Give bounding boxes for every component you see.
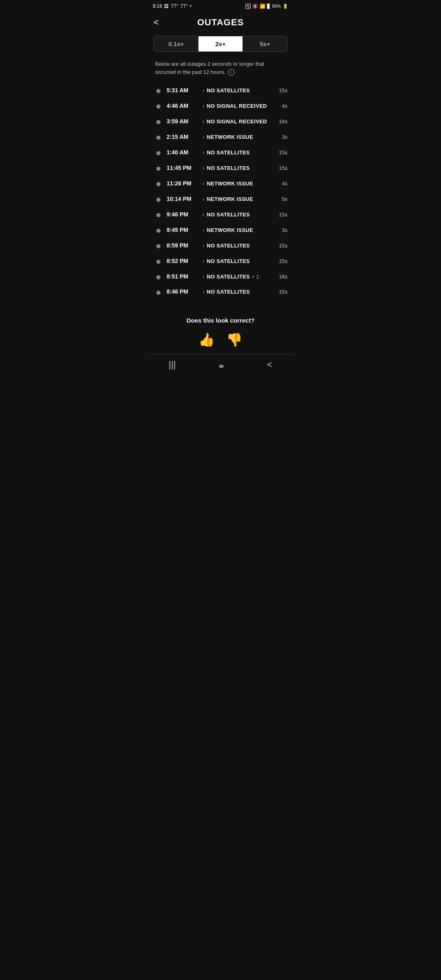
chevron-icon: › bbox=[203, 196, 204, 202]
status-time: 8:16 bbox=[153, 3, 162, 9]
chevron-icon: › bbox=[203, 134, 204, 140]
wifi-icon: 📶 bbox=[260, 4, 265, 9]
timeline-dot bbox=[156, 244, 160, 248]
thumbs-down-button[interactable]: 👎 bbox=[226, 332, 243, 347]
outage-type: NO SATELLITES bbox=[207, 258, 275, 264]
timeline-col bbox=[154, 242, 163, 249]
outage-time: 8:52 PM bbox=[167, 258, 200, 264]
outage-time: 10:14 PM bbox=[167, 196, 200, 202]
nav-home-button[interactable] bbox=[219, 359, 223, 370]
timeline-dot bbox=[156, 89, 160, 93]
outage-duration: 15s bbox=[275, 243, 287, 249]
timeline-dot bbox=[156, 275, 160, 279]
tab-5s[interactable]: 5s+ bbox=[243, 36, 287, 51]
outage-time: 1:40 AM bbox=[167, 149, 200, 156]
outage-item[interactable]: 8:59 PM › NO SATELLITES 15s bbox=[147, 238, 294, 253]
chevron-icon: › bbox=[203, 118, 204, 125]
chevron-icon: › bbox=[203, 243, 204, 249]
chevron-icon: › bbox=[203, 180, 204, 187]
timeline-dot bbox=[156, 167, 160, 171]
outage-time: 11:45 PM bbox=[167, 165, 200, 171]
timeline-dot bbox=[156, 198, 160, 202]
tab-01s[interactable]: 0.1s+ bbox=[154, 36, 198, 51]
tab-container: 0.1s+ 2s+ 5s+ bbox=[154, 36, 287, 52]
outage-type: NO SATELLITES bbox=[207, 87, 275, 94]
timeline-col bbox=[154, 288, 163, 295]
timeline-dot bbox=[156, 105, 160, 109]
outage-item[interactable]: 9:45 PM › NETWORK ISSUE 3s bbox=[147, 222, 294, 238]
outage-type: NO SATELLITES bbox=[207, 165, 275, 171]
chevron-icon: › bbox=[203, 258, 204, 264]
chevron-icon: › bbox=[203, 103, 204, 109]
outage-item[interactable]: 9:46 PM › NO SATELLITES 15s bbox=[147, 207, 294, 222]
outage-item[interactable]: 3:59 AM › NO SIGNAL RECEIVED 16s bbox=[147, 114, 294, 129]
outage-time: 9:46 PM bbox=[167, 211, 200, 218]
outage-duration: 15s bbox=[275, 149, 287, 156]
battery-icon: 🔋 bbox=[283, 4, 288, 9]
outage-duration: 3s bbox=[275, 227, 287, 233]
timeline-col bbox=[154, 133, 163, 140]
outage-time: 3:59 AM bbox=[167, 118, 200, 125]
back-button[interactable]: < bbox=[154, 17, 159, 28]
outage-time: 4:46 AM bbox=[167, 102, 200, 109]
back-nav-icon: < bbox=[267, 359, 272, 370]
outage-item[interactable]: 8:46 PM › NO SATELLITES 15s bbox=[147, 284, 294, 299]
timeline-col bbox=[154, 87, 163, 94]
chevron-icon: › bbox=[203, 289, 204, 295]
outage-item[interactable]: 4:46 AM › NO SIGNAL RECEIVED 4s bbox=[147, 98, 294, 114]
tab-2s[interactable]: 2s+ bbox=[198, 36, 243, 51]
outage-item[interactable]: 2:15 AM › NETWORK ISSUE 3s bbox=[147, 129, 294, 145]
outage-type: NO SATELLITES bbox=[207, 289, 275, 295]
mute-icon: 🔇 bbox=[252, 4, 258, 9]
timeline-col bbox=[154, 273, 163, 280]
outage-item[interactable]: 8:51 PM › NO SATELLITES + 1 18s bbox=[147, 269, 294, 284]
timeline-col bbox=[154, 226, 163, 234]
outage-item[interactable]: 11:26 PM › NETWORK ISSUE 4s bbox=[147, 176, 294, 191]
outage-type: NETWORK ISSUE bbox=[207, 196, 275, 202]
feedback-buttons: 👍 👎 bbox=[147, 332, 294, 347]
timeline-col bbox=[154, 211, 163, 218]
outage-time: 8:46 PM bbox=[167, 288, 200, 295]
description: Below are all outages 2 seconds or longe… bbox=[147, 58, 294, 82]
chevron-icon: › bbox=[203, 149, 204, 156]
thumbs-up-button[interactable]: 👍 bbox=[198, 332, 215, 347]
chevron-icon: › bbox=[203, 227, 204, 233]
outage-item[interactable]: 10:14 PM › NETWORK ISSUE 5s bbox=[147, 191, 294, 207]
outage-type: NETWORK ISSUE bbox=[207, 227, 275, 233]
outage-item[interactable]: 5:31 AM › NO SATELLITES 15s bbox=[147, 82, 294, 98]
outage-type: NETWORK ISSUE bbox=[207, 134, 275, 140]
feedback-question: Does this look correct? bbox=[147, 317, 294, 324]
status-photo-icon: 🖼 bbox=[164, 4, 169, 9]
status-right: N 🔇 📶 ▊ 99% 🔋 bbox=[245, 4, 288, 9]
outage-type: NO SATELLITES + 1 bbox=[207, 274, 275, 280]
outage-item[interactable]: 1:40 AM › NO SATELLITES 15s bbox=[147, 145, 294, 160]
status-dot: • bbox=[190, 3, 192, 9]
outage-time: 5:31 AM bbox=[167, 87, 200, 94]
status-temp1: 77° bbox=[171, 3, 178, 9]
outage-time: 8:51 PM bbox=[167, 273, 200, 280]
outage-duration: 4s bbox=[275, 180, 287, 187]
timeline-col bbox=[154, 180, 163, 187]
status-temp2: 77° bbox=[180, 3, 188, 9]
outage-type: NO SIGNAL RECEIVED bbox=[207, 118, 275, 125]
page-title: OUTAGES bbox=[197, 17, 244, 28]
outage-type: NO SATELLITES bbox=[207, 243, 275, 249]
outage-time: 8:59 PM bbox=[167, 242, 200, 249]
outage-type: NETWORK ISSUE bbox=[207, 180, 275, 187]
outage-item[interactable]: 8:52 PM › NO SATELLITES 15s bbox=[147, 253, 294, 269]
status-bar: 8:16 🖼 77° 77° • N 🔇 📶 ▊ 99% 🔋 bbox=[147, 0, 294, 11]
info-icon[interactable]: i bbox=[228, 69, 234, 76]
outage-duration: 15s bbox=[275, 212, 287, 218]
timeline-col bbox=[154, 118, 163, 125]
menu-icon: ||| bbox=[169, 359, 176, 370]
feedback-section: Does this look correct? 👍 👎 bbox=[147, 307, 294, 354]
nav-menu-button[interactable]: ||| bbox=[169, 359, 176, 370]
nav-back-button[interactable]: < bbox=[267, 359, 272, 370]
outage-duration: 18s bbox=[275, 274, 287, 280]
timeline-dot bbox=[156, 182, 160, 186]
outage-duration: 15s bbox=[275, 165, 287, 171]
outage-type: NO SATELLITES bbox=[207, 149, 275, 156]
nfc-icon: N bbox=[245, 4, 251, 9]
outage-item[interactable]: 11:45 PM › NO SATELLITES 15s bbox=[147, 160, 294, 176]
bottom-nav: ||| < bbox=[147, 354, 294, 375]
